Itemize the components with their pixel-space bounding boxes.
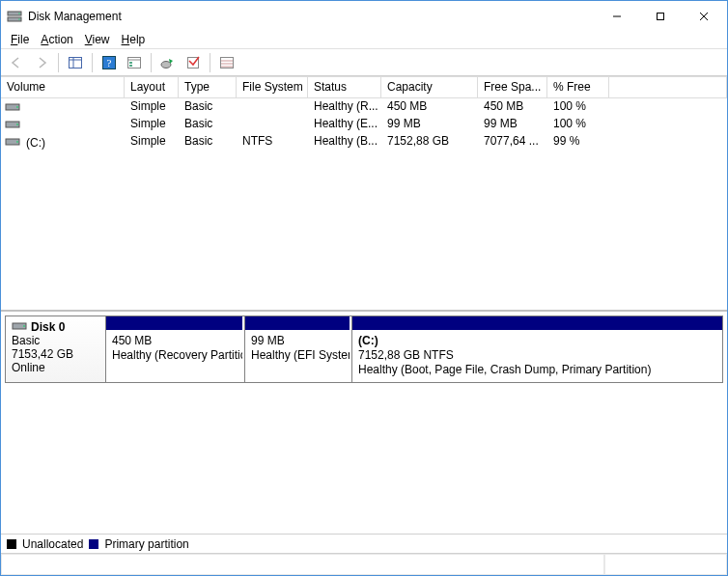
volume-free: 99 MB — [478, 117, 547, 133]
svg-rect-5 — [657, 13, 663, 19]
partition-size: 99 MB — [251, 334, 344, 348]
volume-name-cell — [1, 99, 125, 116]
disk-management-window: Disk Management File Action View Help ? … — [0, 0, 728, 576]
volume-name-cell: (C:) — [1, 134, 125, 151]
window-title: Disk Management — [28, 10, 595, 23]
close-button[interactable] — [682, 2, 725, 30]
status-cell — [1, 554, 604, 575]
partition-color-bar — [352, 316, 722, 330]
window-buttons — [595, 2, 725, 30]
help-button[interactable]: ? — [98, 52, 121, 73]
volume-fs — [237, 99, 308, 116]
partition[interactable]: (C:) 7152,88 GB NTFS Healthy (Boot, Page… — [351, 316, 722, 382]
drive-icon — [5, 136, 20, 150]
svg-point-24 — [16, 106, 18, 108]
menu-file[interactable]: File — [5, 32, 35, 47]
disk-type: Basic — [12, 334, 99, 347]
volume-free: 7077,64 ... — [478, 134, 547, 151]
volume-type: Basic — [179, 117, 237, 133]
svg-rect-8 — [70, 57, 82, 68]
col-capacity[interactable]: Capacity — [381, 76, 478, 98]
maximize-button[interactable] — [638, 2, 682, 30]
menu-view[interactable]: View — [79, 32, 116, 47]
volume-type: Basic — [179, 99, 237, 116]
partition[interactable]: 99 MB Healthy (EFI System Partition) — [244, 316, 350, 382]
volume-free: 450 MB — [478, 99, 547, 116]
statusbar — [1, 553, 727, 575]
drive-icon — [5, 101, 20, 115]
volume-row[interactable]: (C:) Simple Basic NTFS Healthy (B... 715… — [1, 133, 727, 151]
svg-rect-16 — [129, 65, 132, 67]
col-free[interactable]: Free Spa... — [478, 76, 547, 98]
disk-status: Online — [12, 361, 99, 374]
volume-capacity: 7152,88 GB — [381, 134, 478, 151]
partitions: 450 MB Healthy (Recovery Partition) 99 M… — [106, 316, 722, 382]
menu-file-label: ile — [17, 33, 29, 46]
list-button[interactable] — [215, 52, 238, 73]
back-button[interactable] — [5, 52, 28, 73]
partition[interactable]: 450 MB Healthy (Recovery Partition) — [106, 316, 242, 382]
show-hide-tree-button[interactable] — [64, 52, 87, 73]
volume-layout: Simple — [125, 117, 179, 133]
col-layout[interactable]: Layout — [125, 76, 179, 98]
col-filesystem[interactable]: File System — [237, 76, 308, 98]
col-filler — [609, 76, 727, 98]
menubar: File Action View Help — [1, 31, 727, 49]
volume-pctfree: 99 % — [547, 134, 609, 151]
partition-status: Healthy (EFI System Partition) — [251, 348, 344, 363]
svg-point-3 — [18, 18, 20, 20]
partition-body: 450 MB Healthy (Recovery Partition) — [106, 330, 242, 382]
partition-size: 450 MB — [112, 334, 237, 348]
drive-icon — [5, 119, 20, 132]
toolbar-separator — [58, 53, 59, 72]
svg-rect-15 — [129, 62, 132, 64]
toolbar-separator — [92, 53, 93, 72]
menu-help[interactable]: Help — [116, 32, 152, 47]
volume-name: (C:) — [26, 136, 45, 150]
disk-size: 7153,42 GB — [12, 347, 99, 361]
disk-name: Disk 0 — [31, 320, 65, 334]
svg-point-30 — [23, 325, 25, 327]
volume-pctfree: 100 % — [547, 117, 609, 133]
menu-view-label: iew — [93, 33, 110, 46]
settings-button[interactable] — [123, 52, 146, 73]
volume-capacity: 450 MB — [381, 99, 478, 116]
disk-pane-empty — [5, 383, 723, 530]
svg-point-28 — [16, 141, 18, 143]
volume-row[interactable]: Simple Basic Healthy (R... 450 MB 450 MB… — [1, 98, 727, 116]
volume-type: Basic — [179, 134, 237, 151]
app-icon — [7, 9, 22, 24]
titlebar: Disk Management — [1, 1, 727, 31]
menu-action[interactable]: Action — [35, 32, 78, 47]
volume-layout: Simple — [125, 99, 179, 116]
volume-row[interactable]: Simple Basic Healthy (E... 99 MB 99 MB 1… — [1, 116, 727, 133]
partition-title: (C:) — [358, 334, 716, 348]
volume-capacity: 99 MB — [381, 117, 478, 133]
partition-body: (C:) 7152,88 GB NTFS Healthy (Boot, Page… — [352, 330, 722, 382]
volume-list-body: Simple Basic Healthy (R... 450 MB 450 MB… — [1, 98, 727, 151]
disk-graphical-pane: Disk 0 Basic 7153,42 GB Online 450 MB He… — [1, 312, 727, 534]
toolbar: ? — [1, 49, 727, 76]
legend: Unallocated Primary partition — [1, 534, 727, 553]
col-pctfree[interactable]: % Free — [547, 76, 609, 98]
col-type[interactable]: Type — [179, 76, 237, 98]
volume-status: Healthy (R... — [308, 99, 381, 116]
volume-fs: NTFS — [237, 134, 308, 151]
status-cell — [604, 554, 727, 575]
volume-status: Healthy (B... — [308, 134, 381, 151]
svg-text:?: ? — [107, 57, 112, 69]
forward-button[interactable] — [30, 52, 53, 73]
svg-point-26 — [16, 123, 18, 125]
col-volume[interactable]: Volume — [1, 76, 125, 98]
disk-row[interactable]: Disk 0 Basic 7153,42 GB Online 450 MB He… — [5, 315, 723, 383]
refresh-button[interactable] — [156, 52, 180, 73]
volume-pctfree: 100 % — [547, 99, 609, 116]
legend-unallocated: Unallocated — [22, 537, 83, 551]
svg-point-2 — [18, 13, 20, 14]
partition-status: Healthy (Boot, Page File, Crash Dump, Pr… — [358, 363, 716, 377]
properties-button[interactable] — [182, 52, 205, 73]
menu-action-label: ction — [48, 33, 72, 46]
volume-fs — [237, 117, 308, 133]
col-status[interactable]: Status — [308, 76, 381, 98]
minimize-button[interactable] — [595, 2, 638, 30]
